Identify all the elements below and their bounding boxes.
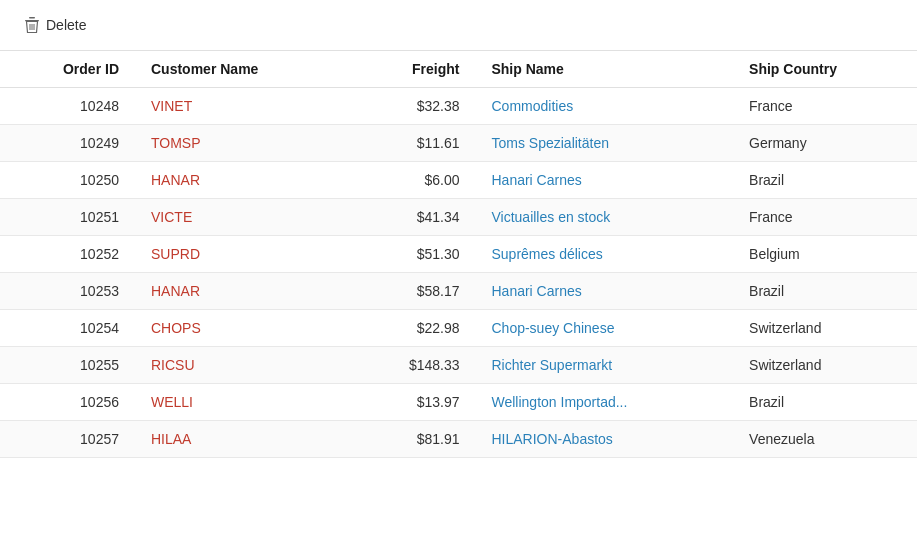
delete-label: Delete	[46, 17, 86, 33]
cell-customer: HANAR	[135, 162, 349, 199]
data-table: Order ID Customer Name Freight Ship Name…	[0, 51, 917, 458]
table-scroll[interactable]: Order ID Customer Name Freight Ship Name…	[0, 51, 917, 539]
cell-shipcountry: Venezuela	[733, 421, 917, 458]
cell-shipcountry: Brazil	[733, 384, 917, 421]
cell-shipcountry: Brazil	[733, 162, 917, 199]
cell-shipname: Chop-suey Chinese	[475, 310, 733, 347]
cell-orderid: 10257	[0, 421, 135, 458]
cell-customer: HANAR	[135, 273, 349, 310]
cell-freight: $22.98	[349, 310, 476, 347]
svg-rect-1	[29, 17, 35, 19]
trash-icon	[24, 16, 40, 34]
cell-shipname: Toms Spezialitäten	[475, 125, 733, 162]
cell-orderid: 10253	[0, 273, 135, 310]
cell-orderid: 10250	[0, 162, 135, 199]
cell-shipname: Richter Supermarkt	[475, 347, 733, 384]
cell-shipname: Commodities	[475, 88, 733, 125]
cell-orderid: 10255	[0, 347, 135, 384]
col-header-customer: Customer Name	[135, 51, 349, 88]
cell-customer: SUPRD	[135, 236, 349, 273]
main-container: Delete Order ID Customer Name Freight Sh…	[0, 0, 917, 539]
cell-shipname: Victuailles en stock	[475, 199, 733, 236]
cell-shipcountry: France	[733, 88, 917, 125]
col-header-orderid: Order ID	[0, 51, 135, 88]
cell-shipname: Hanari Carnes	[475, 162, 733, 199]
cell-orderid: 10254	[0, 310, 135, 347]
cell-orderid: 10248	[0, 88, 135, 125]
cell-shipname: HILARION-Abastos	[475, 421, 733, 458]
cell-customer: TOMSP	[135, 125, 349, 162]
cell-shipname: Suprêmes délices	[475, 236, 733, 273]
cell-freight: $81.91	[349, 421, 476, 458]
table-row[interactable]: 10250 HANAR $6.00 Hanari Carnes Brazil	[0, 162, 917, 199]
cell-shipcountry: Germany	[733, 125, 917, 162]
table-row[interactable]: 10249 TOMSP $11.61 Toms Spezialitäten Ge…	[0, 125, 917, 162]
cell-shipname: Wellington Importad...	[475, 384, 733, 421]
cell-shipcountry: Switzerland	[733, 310, 917, 347]
cell-orderid: 10256	[0, 384, 135, 421]
table-row[interactable]: 10251 VICTE $41.34 Victuailles en stock …	[0, 199, 917, 236]
table-wrapper: Order ID Customer Name Freight Ship Name…	[0, 51, 917, 539]
cell-customer: VINET	[135, 88, 349, 125]
delete-button[interactable]: Delete	[16, 12, 94, 38]
col-header-shipname: Ship Name	[475, 51, 733, 88]
table-row[interactable]: 10253 HANAR $58.17 Hanari Carnes Brazil	[0, 273, 917, 310]
cell-customer: WELLI	[135, 384, 349, 421]
cell-freight: $13.97	[349, 384, 476, 421]
table-row[interactable]: 10252 SUPRD $51.30 Suprêmes délices Belg…	[0, 236, 917, 273]
cell-customer: CHOPS	[135, 310, 349, 347]
cell-shipcountry: Belgium	[733, 236, 917, 273]
col-header-shipcountry: Ship Country	[733, 51, 917, 88]
cell-freight: $51.30	[349, 236, 476, 273]
table-row[interactable]: 10254 CHOPS $22.98 Chop-suey Chinese Swi…	[0, 310, 917, 347]
cell-orderid: 10249	[0, 125, 135, 162]
table-row[interactable]: 10255 RICSU $148.33 Richter Supermarkt S…	[0, 347, 917, 384]
cell-orderid: 10251	[0, 199, 135, 236]
cell-freight: $6.00	[349, 162, 476, 199]
cell-orderid: 10252	[0, 236, 135, 273]
table-row[interactable]: 10256 WELLI $13.97 Wellington Importad..…	[0, 384, 917, 421]
cell-shipname: Hanari Carnes	[475, 273, 733, 310]
table-header-row: Order ID Customer Name Freight Ship Name…	[0, 51, 917, 88]
col-header-freight: Freight	[349, 51, 476, 88]
cell-freight: $41.34	[349, 199, 476, 236]
cell-freight: $58.17	[349, 273, 476, 310]
cell-shipcountry: France	[733, 199, 917, 236]
cell-freight: $11.61	[349, 125, 476, 162]
cell-freight: $32.38	[349, 88, 476, 125]
cell-customer: VICTE	[135, 199, 349, 236]
cell-shipcountry: Switzerland	[733, 347, 917, 384]
cell-freight: $148.33	[349, 347, 476, 384]
table-row[interactable]: 10248 VINET $32.38 Commodities France	[0, 88, 917, 125]
table-row[interactable]: 10257 HILAA $81.91 HILARION-Abastos Vene…	[0, 421, 917, 458]
toolbar: Delete	[0, 0, 917, 51]
cell-shipcountry: Brazil	[733, 273, 917, 310]
cell-customer: RICSU	[135, 347, 349, 384]
cell-customer: HILAA	[135, 421, 349, 458]
